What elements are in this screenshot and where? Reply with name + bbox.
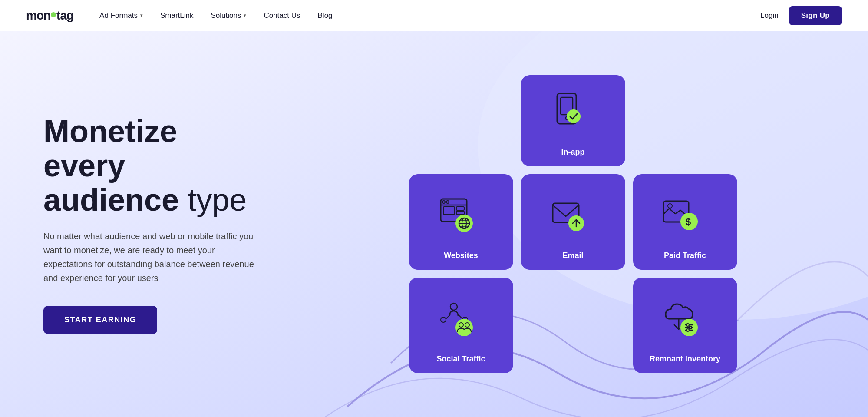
card-email-label: Email bbox=[562, 251, 583, 260]
svg-point-39 bbox=[686, 324, 689, 326]
card-inapp-label: In-app bbox=[561, 148, 585, 157]
svg-point-5 bbox=[567, 109, 581, 123]
svg-point-11 bbox=[442, 201, 445, 203]
start-earning-button[interactable]: START EARNING bbox=[43, 306, 157, 334]
svg-line-28 bbox=[446, 314, 450, 319]
svg-point-26 bbox=[450, 303, 457, 310]
card-social-traffic-label: Social Traffic bbox=[436, 354, 485, 364]
svg-point-31 bbox=[455, 319, 473, 336]
card-social-traffic[interactable]: Social Traffic bbox=[409, 278, 513, 373]
card-remnant-inventory[interactable]: Remnant Inventory bbox=[633, 278, 737, 373]
svg-text:$: $ bbox=[686, 216, 691, 227]
nav-links: Ad Formats ▾ SmartLink Solutions ▾ Conta… bbox=[99, 11, 760, 20]
svg-point-23 bbox=[668, 204, 672, 208]
signup-button[interactable]: Sign Up bbox=[789, 6, 842, 25]
card-paid-traffic[interactable]: $ Paid Traffic bbox=[633, 174, 737, 270]
svg-rect-9 bbox=[456, 207, 464, 210]
card-paid-traffic-label: Paid Traffic bbox=[664, 251, 706, 260]
chevron-down-icon: ▾ bbox=[244, 13, 246, 18]
nav-item-blog[interactable]: Blog bbox=[318, 11, 333, 20]
cards-grid: In-app bbox=[409, 75, 737, 373]
remnant-inventory-icon bbox=[661, 298, 709, 346]
svg-point-12 bbox=[446, 201, 449, 203]
card-inapp[interactable]: In-app bbox=[521, 75, 625, 166]
nav-item-ad-formats[interactable]: Ad Formats ▾ bbox=[99, 11, 143, 20]
nav-item-contact-us[interactable]: Contact Us bbox=[264, 11, 300, 20]
hero-right: In-app bbox=[295, 58, 868, 391]
card-websites[interactable]: Websites bbox=[409, 174, 513, 270]
svg-rect-10 bbox=[456, 211, 464, 215]
svg-point-40 bbox=[689, 326, 692, 329]
nav-item-smartlink[interactable]: SmartLink bbox=[160, 11, 194, 20]
websites-icon bbox=[437, 195, 485, 242]
logo[interactable]: montag bbox=[26, 9, 73, 23]
hero-section: Monetize everyaudience type No matter wh… bbox=[0, 31, 868, 417]
login-button[interactable]: Login bbox=[760, 11, 779, 20]
chevron-down-icon: ▾ bbox=[140, 13, 143, 18]
hero-title: Monetize everyaudience type bbox=[43, 114, 261, 218]
card-remnant-inventory-label: Remnant Inventory bbox=[650, 354, 720, 364]
hero-left: Monetize everyaudience type No matter wh… bbox=[0, 79, 295, 369]
card-websites-label: Websites bbox=[444, 251, 478, 260]
card-email[interactable]: Email bbox=[521, 174, 625, 270]
hero-description: No matter what audience and web or mobil… bbox=[43, 229, 261, 285]
paid-traffic-icon: $ bbox=[661, 195, 709, 242]
social-traffic-icon bbox=[437, 298, 485, 346]
inapp-icon bbox=[549, 91, 597, 139]
svg-point-27 bbox=[441, 317, 446, 322]
nav-actions: Login Sign Up bbox=[760, 6, 842, 25]
svg-rect-8 bbox=[443, 207, 455, 215]
nav-item-solutions[interactable]: Solutions ▾ bbox=[211, 11, 247, 20]
svg-line-30 bbox=[458, 314, 462, 319]
navbar: montag Ad Formats ▾ SmartLink Solutions … bbox=[0, 0, 868, 31]
svg-point-41 bbox=[686, 329, 689, 331]
email-icon bbox=[549, 195, 597, 242]
